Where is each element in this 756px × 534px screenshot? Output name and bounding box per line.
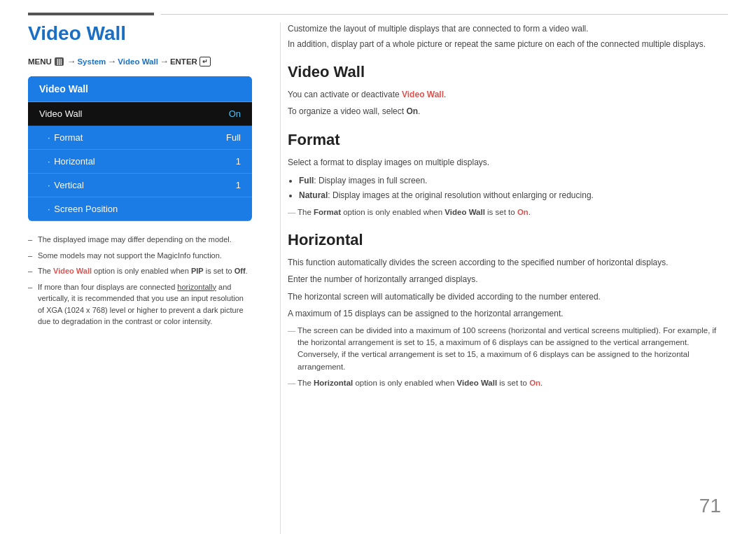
panel-item-label-horizontal: Horizontal <box>39 156 95 167</box>
format-para-1: Select a format to display images on mul… <box>288 156 728 169</box>
page-number: 71 <box>699 495 721 517</box>
horiz-para-3: The horizontal screen will automatically… <box>288 290 728 304</box>
video-wall-link: Video Wall <box>118 57 158 66</box>
vw-para-2: To organize a video wall, select On. <box>288 105 728 118</box>
panel-item-label-screen-position: Screen Position <box>39 204 118 214</box>
arrow-1: → <box>66 56 76 66</box>
page-title: Video Wall <box>28 22 252 45</box>
horiz-note-2: The Horizontal option is only enabled wh… <box>288 377 728 389</box>
menu-icon: ||| <box>55 57 64 66</box>
horiz-para-2: Enter the number of horizontally arrange… <box>288 273 728 286</box>
panel-item-vertical[interactable]: Vertical 1 <box>28 174 252 197</box>
note-1: The displayed image may differ depending… <box>28 234 252 246</box>
top-rule <box>28 0 728 15</box>
enter-label: ENTER <box>170 57 197 66</box>
menu-path: MENU ||| → System → Video Wall → ENTER ↵ <box>28 56 252 66</box>
arrow-2: → <box>107 56 116 66</box>
enter-icon: ↵ <box>200 57 211 66</box>
vw-para-1: You can activate or deactivate Video Wal… <box>288 88 728 101</box>
horiz-note-1: The screen can be divided into a maximum… <box>288 325 728 373</box>
panel-item-screen-position[interactable]: Screen Position <box>28 197 252 221</box>
panel-item-video-wall[interactable]: Video Wall On <box>28 102 252 126</box>
arrow-3: → <box>160 56 169 66</box>
panel-item-label-vertical: Vertical <box>39 180 84 190</box>
system-link: System <box>77 57 106 66</box>
format-bullet-list: Full: Display images in full screen. Nat… <box>299 174 728 202</box>
left-column: Video Wall MENU ||| → System → Video Wal… <box>28 22 259 534</box>
panel-item-horizontal[interactable]: Horizontal 1 <box>28 150 252 174</box>
section-title-format: Format <box>288 131 728 149</box>
note-4: If more than four displays are connected… <box>28 281 252 328</box>
section-title-horizontal: Horizontal <box>288 231 728 249</box>
format-bullet-natural: Natural: Display images at the original … <box>299 189 728 202</box>
horiz-para-4: A maximum of 15 displays can be assigned… <box>288 307 728 321</box>
panel-item-label-video-wall: Video Wall <box>39 108 82 119</box>
panel-item-label-format: Format <box>39 132 83 143</box>
panel-item-value-format: Full <box>226 132 241 143</box>
panel-item-value-vertical: 1 <box>236 180 241 190</box>
panel-item-value-video-wall: On <box>229 108 241 119</box>
section-title-video-wall: Video Wall <box>288 63 728 81</box>
right-column: Customize the layout of multiple display… <box>280 22 728 534</box>
note-2: Some models may not support the MagicInf… <box>28 250 252 262</box>
note-3: The Video Wall option is only enabled wh… <box>28 265 252 277</box>
left-notes: The displayed image may differ depending… <box>28 234 252 328</box>
horiz-para-1: This function automatically divides the … <box>288 256 728 269</box>
panel-item-value-horizontal: 1 <box>236 156 241 167</box>
intro-line-1: Customize the layout of multiple display… <box>288 22 728 35</box>
ui-panel: Video Wall Video Wall On Format Full Hor… <box>28 76 252 221</box>
panel-title: Video Wall <box>28 76 252 102</box>
intro-line-2: In addition, display part of a whole pic… <box>288 38 728 50</box>
format-bullet-full: Full: Display images in full screen. <box>299 174 728 188</box>
format-note: The Format option is only enabled when V… <box>288 206 728 218</box>
panel-item-format[interactable]: Format Full <box>28 126 252 150</box>
menu-label: MENU <box>28 57 52 66</box>
